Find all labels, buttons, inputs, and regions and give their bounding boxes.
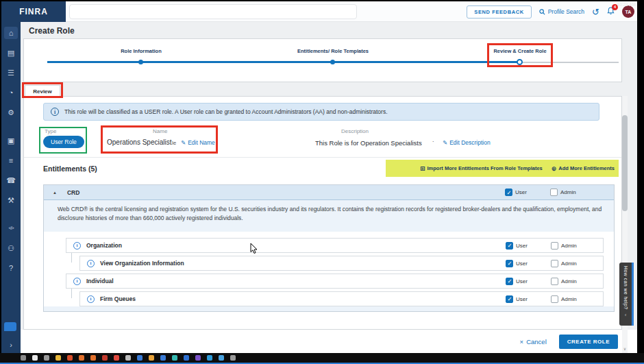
sidebar-expand-chevron[interactable]: › <box>1 341 21 349</box>
admin-checkbox-label: Admin <box>561 260 577 267</box>
edit-description-label: Edit Description <box>449 139 491 146</box>
stepper-remaining-line <box>520 62 619 63</box>
stepper: Role Information Entitlements/ Role Temp… <box>23 38 622 82</box>
add-entitlements-link[interactable]: ⊕ Add More Entitlements <box>552 165 615 172</box>
info-icon: i <box>73 278 81 285</box>
home-icon[interactable]: ⌂ <box>4 27 18 39</box>
edit-name-link[interactable]: ✎ Edit Name <box>181 139 215 146</box>
entitlements-title: Entitlements (5) <box>43 165 97 173</box>
info-icon: i <box>87 295 95 303</box>
info-banner-text: This role will be classified as a USER r… <box>64 108 388 115</box>
left-sidebar: ⌂ ▤ ☰ ◔ ⚙ ▣ ≡ ☎ ⚒ </> ⚇ ? › <box>1 22 21 353</box>
help-tab-label: How can we help? <box>623 266 628 310</box>
import-icon: ⊞ <box>420 165 425 172</box>
step-role-information[interactable]: Role Information <box>121 48 162 54</box>
top-bar: FINRA SEND FEEDBACK Profile Search ↺ 4 T… <box>1 1 637 22</box>
create-role-button[interactable]: CREATE ROLE <box>559 335 618 349</box>
contact-icon[interactable]: ☎ <box>4 174 18 186</box>
cancel-button[interactable]: × Cancel <box>520 338 547 345</box>
row-checkboxes: User Admin <box>506 278 603 285</box>
admin-checkbox[interactable] <box>551 278 558 285</box>
chat-bubble-icon[interactable] <box>4 322 16 331</box>
entitlement-row-individual[interactable]: i Individual User Admin <box>66 274 604 289</box>
step-dot-2 <box>330 60 335 64</box>
import-entitlements-link[interactable]: ⊞ Import More Entitlements From Role Tem… <box>420 165 543 172</box>
developer-code-icon[interactable]: </> <box>4 222 18 234</box>
user-checkbox[interactable] <box>506 242 513 250</box>
user-checkbox-label: User <box>516 260 528 267</box>
edit-name-label: Edit Name <box>188 139 215 146</box>
page-title: Create Role <box>29 26 75 36</box>
edit-description-link[interactable]: ✎ Edit Description <box>443 139 491 146</box>
admin-checkbox[interactable] <box>551 295 558 303</box>
footer-actions: × Cancel CREATE ROLE <box>21 330 637 353</box>
user-checkbox[interactable] <box>506 260 513 267</box>
topbar-search-box[interactable] <box>69 4 357 19</box>
pie-chart-icon[interactable]: ◔ <box>4 86 18 99</box>
entitlements-actions-highlight: ⊞ Import More Entitlements From Role Tem… <box>386 160 619 177</box>
crd-group-header[interactable]: ▲ CRD User Admin <box>44 185 614 200</box>
crd-user-checkbox-item: User <box>505 189 539 196</box>
checklist-icon[interactable]: ☰ <box>4 66 18 79</box>
admin-checkbox[interactable] <box>551 260 558 267</box>
crd-group-description: Web CRD® is the central licensing and re… <box>44 200 614 232</box>
scrollbar-thumb[interactable] <box>622 115 628 211</box>
entitlement-row-organization[interactable]: i Organization User Admin <box>66 238 604 253</box>
info-icon: i <box>51 108 59 116</box>
collapse-triangle-icon[interactable]: ▲ <box>53 191 57 195</box>
user-settings-icon[interactable]: ⚒ <box>4 194 18 206</box>
import-entitlements-label: Import More Entitlements From Role Templ… <box>428 165 543 171</box>
name-artifact-text: le <box>172 140 176 146</box>
admin-checkbox-label: Admin <box>561 296 577 302</box>
entitlement-row-firm-queues[interactable]: i Firm Queues User Admin <box>79 291 604 306</box>
row-label: Individual <box>86 278 114 284</box>
profile-search-label: Profile Search <box>548 8 584 15</box>
send-feedback-button[interactable]: SEND FEEDBACK <box>467 5 531 19</box>
description-value: This Role is for Operation Specialists <box>315 139 422 147</box>
entitlement-row-view-organization-information[interactable]: i View Organization Information User Adm… <box>79 256 604 271</box>
admin-checkbox-label: Admin <box>561 243 577 249</box>
crd-group-name: CRD <box>67 189 79 196</box>
notifications-bell-icon[interactable]: 4 <box>607 7 615 16</box>
user-checkbox[interactable] <box>505 189 512 196</box>
cancel-label: Cancel <box>526 338 547 345</box>
tab-review[interactable]: Review <box>25 85 60 97</box>
help-icon[interactable]: ? <box>4 262 18 274</box>
stepper-progress-line <box>47 61 520 63</box>
user-checkbox[interactable] <box>506 278 513 285</box>
user-checkbox-label: User <box>515 189 527 195</box>
admin-checkbox[interactable] <box>550 189 558 196</box>
user-checkbox[interactable] <box>506 295 513 303</box>
description-label: Description <box>341 128 369 134</box>
admin-checkbox-label: Admin <box>561 278 577 284</box>
profile-search-link[interactable]: Profile Search <box>539 8 584 15</box>
monitor-icon[interactable]: ▣ <box>4 134 18 147</box>
crd-checkboxes: User Admin <box>505 189 614 196</box>
step-entitlements-role-templates[interactable]: Entitlements/ Role Templates <box>297 48 369 54</box>
user-checkbox-label: User <box>516 243 528 249</box>
info-icon: i <box>87 260 95 267</box>
info-icon: i <box>73 242 81 250</box>
edit-pencil-icon: ✎ <box>181 139 186 146</box>
chevron-left-icon: ‹ <box>625 312 627 318</box>
app-window: FINRA SEND FEEDBACK Profile Search ↺ 4 T… <box>1 1 637 353</box>
scrollbar-down-arrow[interactable]: ∨ <box>622 346 628 353</box>
os-taskbar[interactable] <box>0 353 644 363</box>
info-banner: i This role will be classified as a USER… <box>43 103 599 121</box>
history-icon[interactable]: ↺ <box>592 8 599 16</box>
help-tab[interactable]: How can we help? ‹ <box>619 263 634 326</box>
description-suffix: . <box>432 136 434 143</box>
avatar[interactable]: TA <box>622 5 634 18</box>
user-checkbox-label: User <box>516 296 528 302</box>
taskbar-clock: 10:29 AM <box>617 2 636 7</box>
groups-icon[interactable]: ⚇ <box>4 242 18 254</box>
id-card-icon[interactable]: ▤ <box>4 47 18 59</box>
queues-icon[interactable]: ≡ <box>4 154 18 167</box>
user-checkbox-label: User <box>516 278 528 284</box>
add-entitlements-label: Add More Entitlements <box>558 165 615 171</box>
admin-checkbox[interactable] <box>551 242 558 250</box>
user-admin-icon[interactable]: ⚙ <box>4 106 18 119</box>
type-label: Type <box>45 128 56 134</box>
type-value-pill[interactable]: User Role <box>43 136 84 148</box>
step-review-create-role[interactable]: Review & Create Role <box>493 48 546 54</box>
